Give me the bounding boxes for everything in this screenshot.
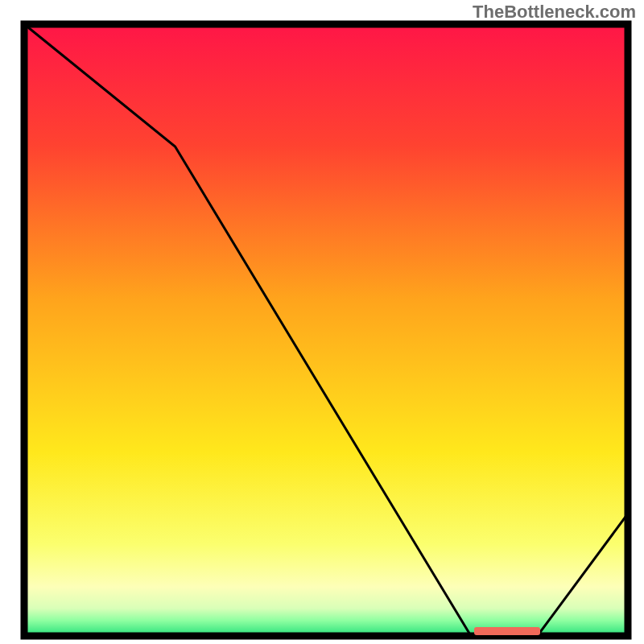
svg-rect-0 xyxy=(474,627,540,635)
bottleneck-chart: TheBottleneck.com xyxy=(0,0,644,644)
optimal-marker xyxy=(474,627,540,635)
chart-svg xyxy=(0,0,644,644)
plot-background xyxy=(24,24,628,636)
watermark-text: TheBottleneck.com xyxy=(473,2,636,23)
